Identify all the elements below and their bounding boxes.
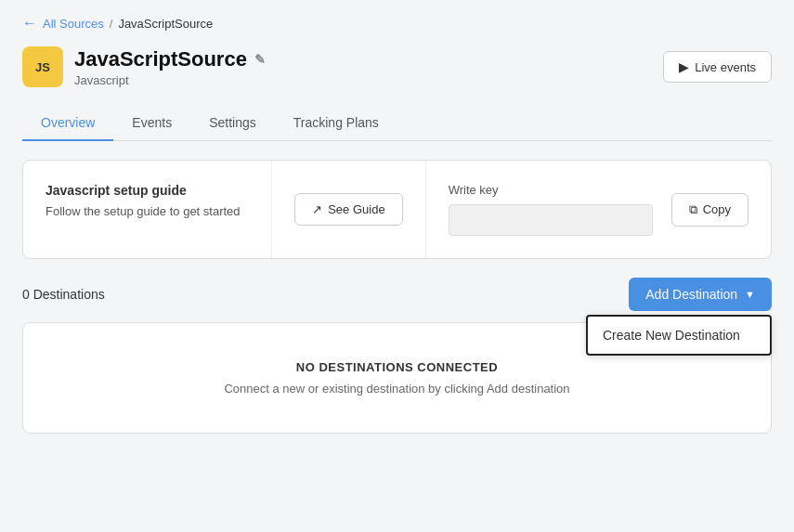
breadcrumb: ← All Sources / JavaScriptSource [22,15,772,32]
write-key-label: Write key [449,183,653,197]
destinations-header: 0 Destinations Add Destination ▼ Create … [22,278,772,311]
source-info: JS JavaScriptSource ✎ Javascript [22,46,266,87]
setup-guide-title: Javascript setup guide [46,183,249,198]
live-events-label: Live events [695,60,756,74]
create-new-destination-item[interactable]: Create New Destination [588,317,770,354]
copy-icon: ⧉ [689,202,697,217]
see-guide-button[interactable]: ↗ See Guide [294,193,402,226]
chevron-down-icon: ▼ [745,289,755,300]
write-key-section: Write key ⧉ Copy [426,161,771,258]
source-header: JS JavaScriptSource ✎ Javascript ▶ Live … [22,46,772,87]
copy-label: Copy [703,202,731,216]
add-destination-dropdown: Create New Destination [586,315,772,356]
edit-icon[interactable]: ✎ [254,52,266,67]
destinations-count: 0 Destinations [22,278,105,302]
setup-guide-desc: Follow the setup guide to get started [46,203,249,220]
see-guide-label: See Guide [328,202,384,216]
no-destinations-desc: Connect a new or existing destination by… [60,382,734,396]
tabs-bar: Overview Events Settings Tracking Plans [22,106,772,141]
live-events-button[interactable]: ▶ Live events [663,51,772,83]
tab-overview[interactable]: Overview [22,106,113,141]
setup-card: Javascript setup guide Follow the setup … [22,160,772,259]
add-destination-label: Add Destination [645,287,737,302]
write-key-value [449,204,653,236]
no-destinations-title: NO DESTINATIONS CONNECTED [60,360,734,374]
setup-guide-section: Javascript setup guide Follow the setup … [23,161,272,258]
source-title-row: JavaScriptSource ✎ [74,47,266,71]
tab-tracking-plans[interactable]: Tracking Plans [275,106,397,141]
breadcrumb-all-sources[interactable]: All Sources [43,17,104,31]
copy-button[interactable]: ⧉ Copy [671,193,748,227]
source-icon: JS [22,46,63,87]
live-events-icon: ▶ [679,59,689,74]
source-name: JavaScriptSource [74,47,247,71]
back-arrow-icon: ← [22,15,37,32]
breadcrumb-separator: / [110,17,113,31]
tab-events[interactable]: Events [113,106,190,141]
add-destination-button[interactable]: Add Destination ▼ [629,278,772,311]
source-type: Javascript [74,73,266,87]
tab-settings[interactable]: Settings [190,106,275,141]
breadcrumb-current: JavaScriptSource [118,17,213,31]
add-destination-wrapper: Add Destination ▼ Create New Destination [629,278,772,311]
external-link-icon: ↗ [312,202,322,216]
